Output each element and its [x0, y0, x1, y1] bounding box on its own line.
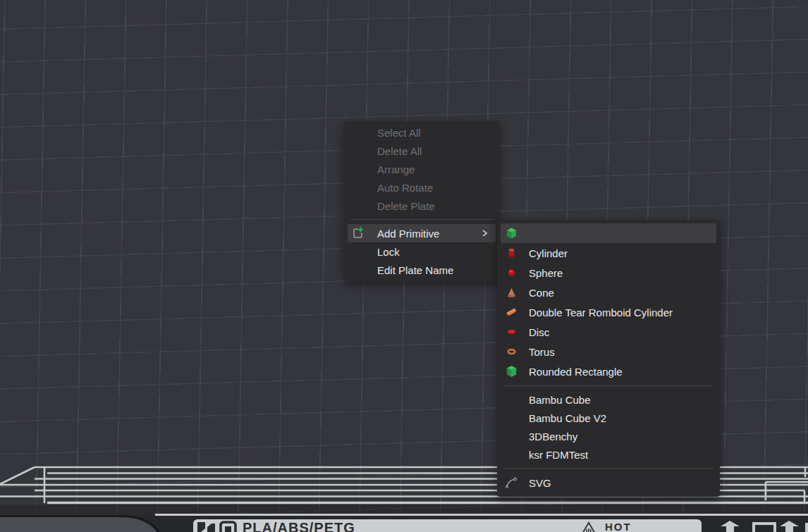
disc-icon: [506, 326, 518, 338]
plate-context-menu: Select All Delete All Arrange Auto Rotat…: [344, 121, 499, 282]
chevron-right-icon: [479, 228, 489, 238]
double-tear-romboid-cylinder-icon: [506, 307, 518, 318]
submenu-item-label: Rounded Rectangle: [529, 366, 623, 378]
menu-item-delete-plate: Delete Plate: [344, 197, 499, 215]
add-primitive-icon: [350, 226, 365, 240]
menu-separator: [350, 219, 493, 220]
menu-item-label: Auto Rotate: [377, 182, 433, 194]
submenu-item-label: Sphere: [529, 267, 563, 279]
submenu-item-label: Torus: [529, 346, 555, 358]
submenu-item-label: Cone: [529, 287, 554, 299]
plate-surface-label: PLA/ABS/PETG: [243, 520, 355, 532]
menu-item-edit-plate-name[interactable]: Edit Plate Name: [344, 261, 499, 279]
menu-item-label: Delete Plate: [377, 200, 435, 212]
add-primitive-submenu: Cube Cylinder Sphere Cone: [497, 220, 720, 497]
cone-icon: [506, 287, 518, 299]
submenu-item-cylinder[interactable]: Cylinder: [497, 243, 720, 263]
submenu-item-label: SVG: [529, 477, 551, 489]
slicer-3d-viewport: PLA/ABS/PETG HOT Select All Delete All A…: [0, 0, 808, 532]
submenu-item-label: Disc: [529, 326, 549, 338]
submenu-item-label: Bambu Cube V2: [529, 412, 606, 424]
menu-item-auto-rotate: Auto Rotate: [344, 178, 499, 197]
build-plate-label-strip: PLA/ABS/PETG HOT: [193, 519, 702, 532]
submenu-separator: [503, 385, 714, 386]
menu-item-lock[interactable]: Lock: [344, 242, 499, 261]
submenu-item-label: Bambu Cube: [529, 394, 591, 406]
submenu-item-cube[interactable]: Cube: [497, 223, 720, 243]
menu-item-delete-all: Delete All: [344, 142, 499, 160]
sphere-icon: [506, 267, 518, 279]
submenu-item-label: 3DBenchy: [529, 431, 577, 443]
menu-item-label: Select All: [377, 127, 421, 139]
menu-item-label: Add Primitive: [377, 228, 439, 240]
submenu-item-label: Double Tear Romboid Cylinder: [529, 307, 673, 318]
submenu-item-bambu-cube[interactable]: Bambu Cube: [497, 390, 720, 409]
rounded-rectangle-icon: [506, 366, 518, 378]
cylinder-icon: [506, 247, 518, 259]
menu-item-arrange: Arrange: [344, 160, 499, 178]
submenu-item-label: Cylinder: [529, 247, 568, 259]
submenu-item-label: ksr FDMTest: [529, 449, 588, 461]
submenu-item-rounded-rectangle[interactable]: Rounded Rectangle: [497, 361, 720, 381]
submenu-item-label: Cube: [529, 228, 554, 240]
svg-curve-icon: [506, 477, 518, 489]
submenu-item-torus[interactable]: Torus: [497, 342, 720, 361]
submenu-item-bambu-cube-v2[interactable]: Bambu Cube V2: [497, 409, 720, 427]
submenu-item-cone[interactable]: Cone: [497, 283, 720, 302]
submenu-item-disc[interactable]: Disc: [497, 322, 720, 342]
hot-warning-label: HOT: [605, 521, 632, 532]
hot-warning-icon: [580, 521, 597, 532]
submenu-separator: [503, 468, 714, 469]
submenu-item-svg[interactable]: SVG: [497, 473, 720, 493]
menu-item-label: Edit Plate Name: [377, 264, 453, 276]
menu-item-select-all: Select All: [344, 123, 499, 142]
menu-item-label: Lock: [377, 246, 400, 258]
bambu-lab-logo: [197, 521, 238, 532]
submenu-item-ksr-fdmtest[interactable]: ksr FDMTest: [497, 445, 720, 464]
submenu-item-double-tear-romboid-cylinder[interactable]: Double Tear Romboid Cylinder: [497, 302, 720, 322]
menu-item-label: Arrange: [377, 163, 415, 175]
torus-icon: [506, 346, 518, 358]
submenu-item-sphere[interactable]: Sphere: [497, 263, 720, 283]
menu-item-add-primitive[interactable]: Add Primitive: [344, 224, 499, 242]
plate-corner-marks: [721, 521, 808, 532]
cube-icon: [506, 228, 518, 240]
menu-item-label: Delete All: [377, 145, 422, 157]
submenu-item-3dbenchy[interactable]: 3DBenchy: [497, 427, 720, 445]
